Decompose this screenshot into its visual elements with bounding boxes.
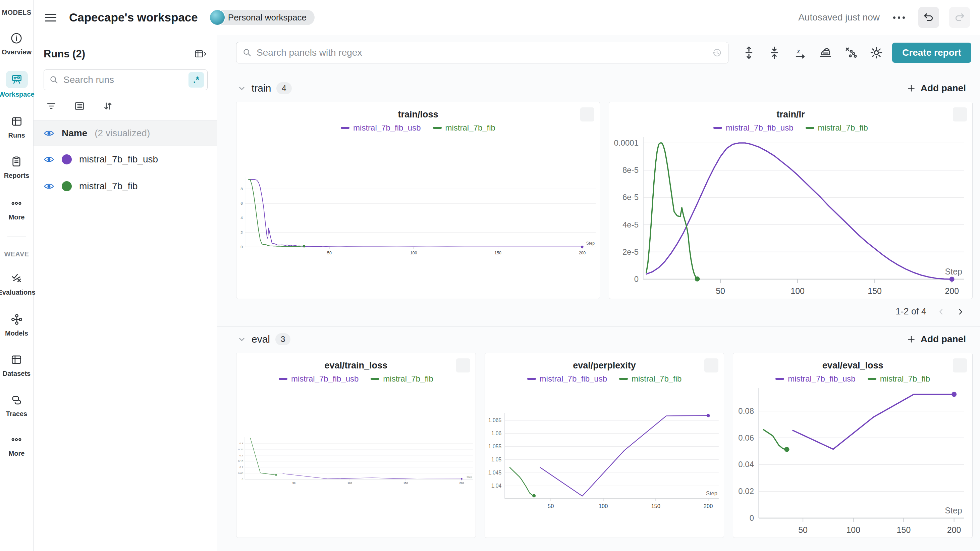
chart-panel-eval-perplexity[interactable]: eval/perplexitymistral_7b_fib_usbmistral…: [485, 353, 724, 538]
x-axis-settings-icon[interactable]: x: [793, 46, 807, 60]
info-icon: [10, 32, 23, 46]
chart-panel-train-loss[interactable]: train/lossmistral_7b_fib_usbmistral_7b_f…: [236, 102, 600, 299]
traces-icon: [10, 393, 23, 408]
svg-text:0.15: 0.15: [238, 460, 243, 463]
panel-menu-button[interactable]: [953, 358, 967, 373]
chart-panel-eval-train-loss[interactable]: eval/train_lossmistral_7b_fib_usbmistral…: [236, 353, 476, 538]
sidebar-item-traces[interactable]: Traces: [6, 393, 27, 418]
svg-text:0.05: 0.05: [238, 472, 243, 475]
section-panel-count: 4: [276, 82, 291, 94]
sidebar-item-reports[interactable]: Reports: [4, 155, 30, 180]
create-report-button[interactable]: Create report: [892, 43, 971, 63]
page-title: Capecape's workspace: [69, 11, 198, 24]
sidebar-item-models[interactable]: Models: [5, 313, 28, 337]
pagination-label: 1-2 of 4: [896, 306, 926, 317]
chevron-down-icon[interactable]: [237, 335, 246, 344]
chevron-down-icon[interactable]: [237, 84, 246, 92]
name-column-label: Name: [62, 128, 87, 139]
sidebar-item-datasets[interactable]: Datasets: [3, 354, 30, 377]
sort-icon[interactable]: [102, 100, 113, 112]
svg-text:0: 0: [634, 274, 639, 283]
svg-text:50: 50: [293, 482, 296, 485]
svg-text:0: 0: [749, 513, 754, 522]
sidebar-item-runs[interactable]: Runs: [8, 115, 25, 139]
sidebar-item-label: Datasets: [3, 370, 30, 377]
panel-menu-button[interactable]: [456, 358, 470, 373]
section-panel-count: 3: [275, 333, 290, 345]
sidebar-item-more-weave[interactable]: More: [9, 433, 25, 457]
svg-text:150: 150: [868, 286, 882, 296]
undo-button[interactable]: [918, 7, 939, 28]
panel-menu-button[interactable]: [704, 358, 718, 373]
add-panel-button[interactable]: Add panel: [907, 83, 966, 94]
workspace-badge[interactable]: Personal workspace: [209, 10, 315, 25]
legend-item: mistral_7b_fib_usb: [279, 374, 358, 384]
overflow-menu-icon[interactable]: [890, 13, 908, 22]
chart-legend: mistral_7b_fib_usbmistral_7b_fib: [609, 123, 972, 132]
sidebar-item-overview[interactable]: Overview: [2, 32, 32, 56]
svg-text:200: 200: [704, 503, 713, 509]
chart-title: train/loss: [237, 109, 600, 120]
chart-svg: 00.050.10.150.20.250.350100150200Step: [237, 384, 476, 538]
outliers-icon[interactable]: [844, 46, 858, 60]
eye-icon[interactable]: [44, 183, 54, 190]
panel-menu-button[interactable]: [580, 107, 594, 121]
svg-text:4: 4: [240, 215, 243, 220]
regex-toggle-button[interactable]: .*: [188, 72, 204, 88]
sidebar-item-more-models[interactable]: More: [9, 197, 25, 221]
chart-legend: mistral_7b_fib_usbmistral_7b_fib: [485, 374, 724, 384]
filter-icon[interactable]: [46, 100, 57, 112]
prev-page-button[interactable]: [936, 307, 946, 317]
next-page-button[interactable]: [956, 307, 965, 317]
nav-section-models-label: MODELS: [2, 9, 32, 16]
legend-item: mistral_7b_fib_usb: [775, 374, 855, 384]
train-section: train 4 Add panel train/lossmistral_7b_f…: [217, 78, 980, 319]
smoothing-iron-icon[interactable]: [818, 46, 832, 60]
panel-search-input[interactable]: [256, 47, 712, 58]
eye-icon[interactable]: [44, 156, 54, 163]
expand-runs-table-button[interactable]: [194, 49, 208, 59]
panel-search-box: [236, 42, 729, 64]
model-graph-icon: [10, 313, 23, 327]
expand-panels-icon[interactable]: [742, 46, 756, 60]
chart-title: eval/perplexity: [485, 360, 724, 371]
chart-svg: 00.020.040.060.0850100150200Step: [733, 384, 972, 538]
panel-menu-button[interactable]: [953, 107, 967, 121]
chart-svg: 02e-54e-56e-58e-50.000150100150200Step: [609, 132, 972, 299]
svg-text:2: 2: [240, 230, 243, 235]
chart-panel-eval-eval-loss[interactable]: eval/eval_lossmistral_7b_fib_usbmistral_…: [733, 353, 973, 538]
svg-text:1.06: 1.06: [491, 430, 501, 436]
hamburger-menu-icon[interactable]: [45, 14, 56, 21]
section-title: eval: [251, 334, 270, 345]
search-history-icon[interactable]: [712, 48, 722, 58]
svg-text:150: 150: [404, 482, 408, 485]
svg-text:4e-5: 4e-5: [622, 220, 639, 229]
chart-panel-train-lr[interactable]: train/lrmistral_7b_fib_usbmistral_7b_fib…: [609, 102, 973, 299]
runs-search-input[interactable]: [64, 75, 188, 85]
sidebar-item-evaluations[interactable]: Evaluations: [0, 272, 35, 296]
run-row-mistral-7b-fib[interactable]: mistral_7b_fib: [33, 173, 217, 200]
group-list-icon[interactable]: [74, 100, 85, 112]
eye-icon[interactable]: [44, 129, 54, 137]
collapse-panels-icon[interactable]: [767, 46, 781, 60]
svg-text:2e-5: 2e-5: [622, 247, 639, 256]
settings-gear-icon[interactable]: [869, 46, 883, 60]
legend-item: mistral_7b_fib: [868, 374, 930, 384]
sidebar-item-label: Reports: [4, 172, 30, 180]
svg-text:100: 100: [846, 525, 861, 535]
svg-text:50: 50: [327, 251, 332, 255]
svg-text:100: 100: [791, 286, 805, 296]
undo-icon: [923, 12, 934, 23]
svg-text:Step: Step: [586, 241, 595, 246]
svg-text:0.08: 0.08: [738, 406, 754, 416]
rail-divider: [7, 237, 26, 237]
legend-item: mistral_7b_fib: [806, 123, 868, 132]
runs-name-header-row[interactable]: Name (2 visualized): [33, 121, 217, 146]
run-row-mistral-7b-fib-usb[interactable]: mistral_7b_fib_usb: [33, 146, 217, 173]
sidebar-item-workspace[interactable]: Workspace: [0, 71, 35, 98]
add-panel-button[interactable]: Add panel: [907, 334, 966, 345]
runs-sidebar-panel: Runs (2) .* Name (2 visualized) mistral_…: [33, 35, 217, 551]
workspace-content: x Create report train 4 Add panel train/…: [217, 35, 980, 551]
redo-button[interactable]: [949, 7, 970, 28]
svg-text:100: 100: [347, 482, 352, 485]
